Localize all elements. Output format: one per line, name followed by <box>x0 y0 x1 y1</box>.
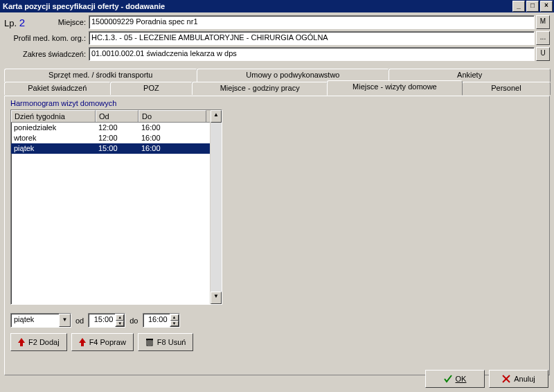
miejsce-field[interactable]: 1500009229 Poradnia spec nr1 <box>89 15 535 29</box>
to-time-spinner[interactable]: 16:00 ▲▼ <box>143 313 180 328</box>
zakres-label: Zakres świadczeń: <box>4 50 89 58</box>
x-icon <box>502 375 510 383</box>
arrow-up-icon <box>79 338 86 346</box>
cell-day: wtorek <box>11 133 96 143</box>
spin-up-icon[interactable]: ▲ <box>170 314 179 321</box>
cell-from: 12:00 <box>96 123 138 133</box>
delete-button-label: F8 Usuń <box>157 338 186 346</box>
schedule-section-label: Harmonogram wizyt domowych <box>10 99 544 107</box>
title-bar: Karta pozycji specyfikacji oferty - doda… <box>0 0 554 12</box>
miejsce-label: Miejsce: <box>39 18 89 26</box>
arrow-up-icon <box>18 338 25 346</box>
add-button-label: F2 Dodaj <box>28 338 60 346</box>
tab-sprzet[interactable]: Sprzęt med. / środki transportu <box>4 69 197 82</box>
tab-control: Sprzęt med. / środki transportu Umowy o … <box>4 69 550 375</box>
col-header-day[interactable]: Dzień tygodnia <box>11 110 96 122</box>
to-time-value: 16:00 <box>143 314 170 327</box>
delete-button[interactable]: F8 Usuń <box>138 333 194 351</box>
svg-rect-6 <box>146 339 153 340</box>
from-label: od <box>75 317 84 325</box>
table-row[interactable]: wtorek12:0016:00 <box>11 133 210 143</box>
col-header-to[interactable]: Do <box>138 110 206 122</box>
scroll-track[interactable] <box>211 123 222 292</box>
chevron-down-icon[interactable]: ▼ <box>59 314 71 327</box>
spin-down-icon[interactable]: ▼ <box>170 321 179 327</box>
spin-down-icon[interactable]: ▼ <box>116 321 124 327</box>
scroll-up-icon[interactable]: ▲ <box>211 110 222 123</box>
tab-poz[interactable]: POZ <box>110 82 193 95</box>
tab-panel: Harmonogram wizyt domowych Dzień tygodni… <box>4 96 550 375</box>
tab-wizyty-domowe[interactable]: Miejsce - wizyty domowe <box>327 80 463 96</box>
table-row[interactable]: poniedziałek12:0016:00 <box>11 123 210 133</box>
ok-button-label: OK <box>456 375 467 383</box>
tab-pakiet[interactable]: Pakiet świadczeń <box>4 82 111 95</box>
cell-from: 12:00 <box>96 133 138 143</box>
cancel-button-label: Anuluj <box>514 375 535 383</box>
svg-marker-1 <box>79 338 86 346</box>
profil-lookup-button[interactable]: ... <box>536 31 550 45</box>
cell-from: 15:00 <box>96 143 138 154</box>
schedule-button-row: F2 Dodaj F4 Popraw F8 Usuń <box>10 333 544 351</box>
scroll-down-icon[interactable]: ▼ <box>211 292 222 304</box>
lp-value: 2 <box>19 17 25 28</box>
add-button[interactable]: F2 Dodaj <box>10 333 67 351</box>
day-combo[interactable]: piątek ▼ <box>10 313 71 328</box>
tab-personel[interactable]: Personel <box>462 82 551 95</box>
lp-label: Lp. 2 <box>4 17 39 28</box>
svg-marker-0 <box>18 338 25 346</box>
scrollbar[interactable]: ▲ ▼ <box>210 110 222 304</box>
to-label: do <box>129 317 138 325</box>
from-time-spinner[interactable]: 15:00 ▲▼ <box>88 313 125 328</box>
ok-button[interactable]: OK <box>425 370 485 388</box>
check-icon <box>444 375 452 383</box>
schedule-editor: piątek ▼ od 15:00 ▲▼ do 16:00 ▲▼ <box>10 313 544 328</box>
table-row[interactable]: piątek15:0016:00 <box>11 143 210 154</box>
cell-day: piątek <box>11 143 96 154</box>
maximize-button[interactable]: □ <box>526 1 539 12</box>
header-form: Lp. 2 Miejsce: 1500009229 Poradnia spec … <box>0 12 554 67</box>
zakres-lookup-button[interactable]: U <box>536 47 550 61</box>
tab-row-front: Pakiet świadczeń POZ Miejsce - godziny p… <box>4 82 550 96</box>
schedule-list-header: Dzień tygodnia Od Do <box>11 110 210 123</box>
schedule-list[interactable]: Dzień tygodnia Od Do poniedziałek12:0016… <box>10 109 222 305</box>
miejsce-lookup-button[interactable]: M <box>536 15 550 29</box>
tab-godziny[interactable]: Miejsce - godziny pracy <box>192 82 328 95</box>
cell-to: 16:00 <box>138 123 206 133</box>
cancel-button[interactable]: Anuluj <box>489 370 548 388</box>
profil-field[interactable]: HC.1.3. - 05 - LECZENIE AMBULATORYJNE - … <box>89 31 535 45</box>
dialog-button-row: OK Anuluj <box>425 370 548 388</box>
tab-row-back: Sprzęt med. / środki transportu Umowy o … <box>4 69 550 82</box>
cell-to: 16:00 <box>138 133 206 143</box>
cell-day: poniedziałek <box>11 123 96 133</box>
edit-button-label: F4 Popraw <box>89 338 126 346</box>
close-button[interactable]: × <box>540 1 553 12</box>
spin-up-icon[interactable]: ▲ <box>116 314 124 321</box>
col-header-from[interactable]: Od <box>96 110 138 122</box>
from-time-value: 15:00 <box>89 314 115 327</box>
profil-label: Profil med. kom. org.: <box>4 34 89 42</box>
edit-button[interactable]: F4 Popraw <box>71 333 134 351</box>
zakres-field[interactable]: 01.0010.002.01 świadczenia lekarza w dps <box>89 47 535 61</box>
day-combo-value: piątek <box>11 314 59 327</box>
cell-to: 16:00 <box>138 143 206 154</box>
minimize-button[interactable]: _ <box>512 1 525 12</box>
window-title: Karta pozycji specyfikacji oferty - doda… <box>3 2 511 10</box>
trash-icon <box>145 338 154 346</box>
